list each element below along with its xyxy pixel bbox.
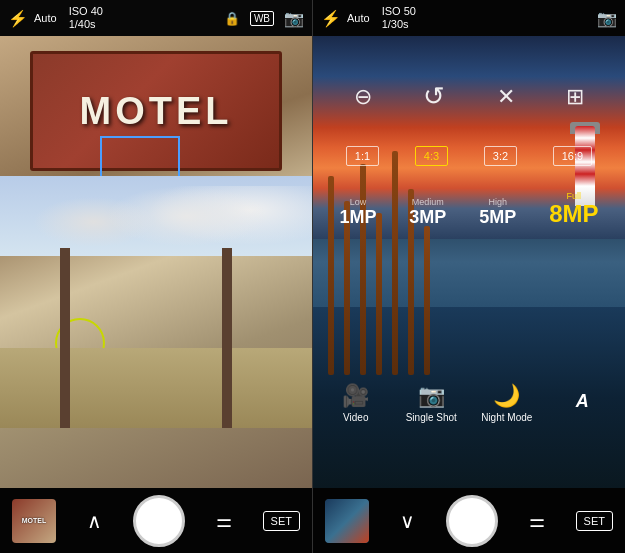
right-pier-posts	[328, 126, 515, 375]
left-ground	[0, 348, 312, 428]
left-lock-icon: 🔒	[224, 11, 240, 26]
left-shutter-button[interactable]	[133, 495, 185, 547]
left-chevron-up-button[interactable]: ∧	[87, 509, 102, 533]
right-iso-block: ISO 50 1/30s	[382, 5, 416, 31]
left-top-bar-left: ⚡ Auto ISO 40 1/40s	[8, 5, 218, 31]
right-pier-post-7	[424, 226, 430, 375]
left-top-bar-right: 🔒 WB 📷	[224, 9, 304, 28]
right-pier-post-2	[344, 201, 350, 375]
left-viewfinder[interactable]: MOTEL 🔒	[0, 36, 312, 488]
left-flash-icon[interactable]: ⚡	[8, 9, 28, 28]
left-viewfinder-bg: MOTEL 🔒	[0, 36, 312, 488]
right-viewfinder[interactable]: ⊖ ↺ ✕ ⊞ 1:1 4:3 3:2 16:9 Low 1MP Medium	[313, 36, 625, 488]
left-adjustments-button[interactable]: ⚌	[216, 510, 232, 532]
right-pier-post-1	[328, 176, 334, 375]
right-panel: ⚡ Auto ISO 50 1/30s 📷	[312, 0, 625, 553]
right-flash-icon[interactable]: ⚡	[321, 9, 341, 28]
right-top-bar: ⚡ Auto ISO 50 1/30s 📷	[313, 0, 625, 36]
right-pier-post-3	[360, 164, 366, 375]
left-motel-text: MOTEL	[80, 90, 233, 133]
left-thumbnail[interactable]: MOTEL	[12, 499, 56, 543]
right-shutter-button[interactable]	[446, 495, 498, 547]
left-iso-block: ISO 40 1/40s	[69, 5, 103, 31]
left-camera-mode-icon[interactable]: 📷	[284, 9, 304, 28]
right-chevron-down-button[interactable]: ∨	[400, 509, 415, 533]
left-thumb-label: MOTEL	[12, 517, 56, 524]
right-camera-mode-icon[interactable]: 📷	[597, 9, 617, 28]
right-lighthouse	[575, 126, 595, 206]
right-pier-post-6	[408, 189, 414, 375]
right-pier-post-5	[392, 151, 398, 375]
right-shutter-value: 1/30s	[382, 18, 416, 31]
left-set-button[interactable]: SET	[263, 511, 300, 531]
right-top-bar-left: ⚡ Auto ISO 50 1/30s	[321, 5, 591, 31]
left-pole-left	[60, 248, 70, 428]
right-viewfinder-bg	[313, 36, 625, 488]
left-panel: ⚡ Auto ISO 40 1/40s 🔒 WB 📷 MOTEL	[0, 0, 312, 553]
left-iso-value: ISO 40	[69, 5, 103, 18]
right-set-button[interactable]: SET	[576, 511, 613, 531]
left-flash-label[interactable]: Auto	[34, 12, 57, 24]
left-clouds	[0, 186, 312, 246]
right-thumbnail[interactable]	[325, 499, 369, 543]
left-wb-button[interactable]: WB	[250, 11, 274, 26]
right-iso-value: ISO 50	[382, 5, 416, 18]
right-adjustments-button[interactable]: ⚌	[529, 510, 545, 532]
right-top-bar-right: 📷	[597, 9, 617, 28]
left-top-bar: ⚡ Auto ISO 40 1/40s 🔒 WB 📷	[0, 0, 312, 36]
right-flash-label[interactable]: Auto	[347, 12, 370, 24]
left-pole-right	[222, 248, 232, 428]
right-bottom-bar: ∨ ⚌ SET	[313, 488, 625, 553]
left-bottom-bar: MOTEL ∧ ⚌ SET	[0, 488, 312, 553]
right-pier-post-4	[376, 213, 382, 375]
left-shutter-value: 1/40s	[69, 18, 103, 31]
